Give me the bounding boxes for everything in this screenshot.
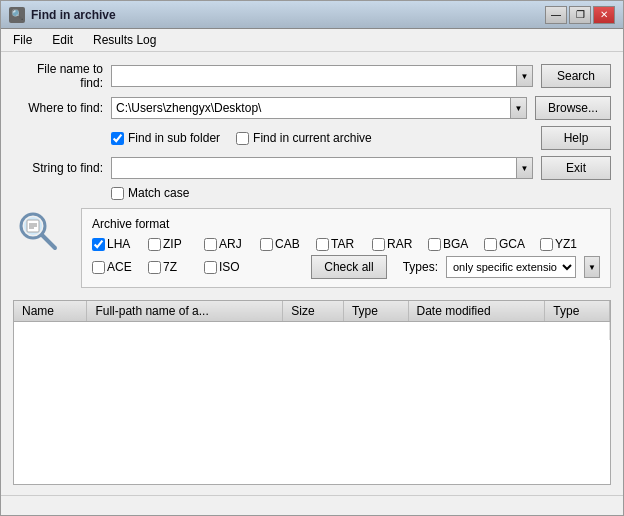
where-to-find-dropdown-arrow[interactable]: ▼ xyxy=(510,98,526,118)
archive-formats: LHA ZIP ARJ CAB TAR xyxy=(92,237,600,279)
results-table: Name Full-path name of a... Size Type Da… xyxy=(13,300,611,485)
window-icon: 🔍 xyxy=(9,7,25,23)
checkbox-ace[interactable] xyxy=(92,261,105,274)
status-bar xyxy=(1,495,623,515)
string-to-find-dropdown-arrow[interactable]: ▼ xyxy=(516,158,532,178)
format-bga[interactable]: BGA xyxy=(428,237,476,251)
checkbox-rar[interactable] xyxy=(372,238,385,251)
browse-button[interactable]: Browse... xyxy=(535,96,611,120)
format-yz1[interactable]: YZ1 xyxy=(540,237,588,251)
checkbox-yz1[interactable] xyxy=(540,238,553,251)
checkbox-lha[interactable] xyxy=(92,238,105,251)
where-to-find-row: Where to find: ▼ Browse... xyxy=(13,96,611,120)
format-gca[interactable]: GCA xyxy=(484,237,532,251)
find-in-current-archive-label[interactable]: Find in current archive xyxy=(236,131,372,145)
format-7z[interactable]: 7Z xyxy=(148,260,196,274)
content-area: File name to find: ▼ Search Where to fin… xyxy=(1,52,623,495)
match-case-label[interactable]: Match case xyxy=(111,186,189,200)
where-to-find-input[interactable] xyxy=(112,98,510,118)
types-select[interactable]: only specific extensio xyxy=(446,256,576,278)
format-lha[interactable]: LHA xyxy=(92,237,140,251)
types-label: Types: xyxy=(403,260,438,274)
checkbox-cab[interactable] xyxy=(260,238,273,251)
archive-format-title: Archive format xyxy=(92,217,600,231)
menu-results-log[interactable]: Results Log xyxy=(85,31,164,49)
col-fullpath: Full-path name of a... xyxy=(87,301,283,322)
find-in-subfolder-checkbox[interactable] xyxy=(111,132,124,145)
where-to-find-input-wrapper: ▼ xyxy=(111,97,527,119)
archive-section-wrapper: Archive format LHA ZIP ARJ xyxy=(13,206,611,288)
format-ace[interactable]: ACE xyxy=(92,260,140,274)
minimize-button[interactable]: — xyxy=(545,6,567,24)
format-iso[interactable]: ISO xyxy=(204,260,252,274)
types-dropdown-arrow[interactable]: ▼ xyxy=(584,256,600,278)
window-title: Find in archive xyxy=(31,8,545,22)
string-to-find-label: String to find: xyxy=(13,161,103,175)
close-button[interactable]: ✕ xyxy=(593,6,615,24)
exit-button[interactable]: Exit xyxy=(541,156,611,180)
file-name-dropdown-arrow[interactable]: ▼ xyxy=(516,66,532,86)
checkbox-arj[interactable] xyxy=(204,238,217,251)
col-date-modified: Date modified xyxy=(408,301,545,322)
search-button[interactable]: Search xyxy=(541,64,611,88)
format-arj[interactable]: ARJ xyxy=(204,237,252,251)
title-bar: 🔍 Find in archive — ❐ ✕ xyxy=(1,1,623,29)
col-name: Name xyxy=(14,301,87,322)
title-bar-buttons: — ❐ ✕ xyxy=(545,6,615,24)
format-row-1: LHA ZIP ARJ CAB TAR xyxy=(92,237,600,251)
col-type: Type xyxy=(343,301,408,322)
file-name-row: File name to find: ▼ Search xyxy=(13,62,611,90)
menu-bar: File Edit Results Log xyxy=(1,29,623,52)
string-to-find-row: String to find: ▼ Exit xyxy=(13,156,611,180)
file-name-input-wrapper: ▼ xyxy=(111,65,533,87)
format-cab[interactable]: CAB xyxy=(260,237,308,251)
col-type2: Type xyxy=(545,301,610,322)
match-case-row: Match case xyxy=(111,186,611,200)
find-in-current-archive-checkbox[interactable] xyxy=(236,132,249,145)
checkbox-bga[interactable] xyxy=(428,238,441,251)
where-to-find-label: Where to find: xyxy=(13,101,103,115)
help-button[interactable]: Help xyxy=(541,126,611,150)
menu-edit[interactable]: Edit xyxy=(44,31,81,49)
search-archive-icon xyxy=(13,206,61,254)
file-name-input[interactable] xyxy=(112,66,516,86)
main-window: 🔍 Find in archive — ❐ ✕ File Edit Result… xyxy=(0,0,624,516)
match-case-checkbox[interactable] xyxy=(111,187,124,200)
menu-file[interactable]: File xyxy=(5,31,40,49)
file-name-label: File name to find: xyxy=(13,62,103,90)
format-tar[interactable]: TAR xyxy=(316,237,364,251)
check-all-button[interactable]: Check all xyxy=(311,255,386,279)
find-in-subfolder-label[interactable]: Find in sub folder xyxy=(111,131,220,145)
string-to-find-input[interactable] xyxy=(112,158,516,178)
svg-line-2 xyxy=(42,235,55,248)
archive-format-section: Archive format LHA ZIP ARJ xyxy=(81,208,611,288)
checkbox-7z[interactable] xyxy=(148,261,161,274)
restore-button[interactable]: ❐ xyxy=(569,6,591,24)
format-zip[interactable]: ZIP xyxy=(148,237,196,251)
checkbox-gca[interactable] xyxy=(484,238,497,251)
string-to-find-input-wrapper: ▼ xyxy=(111,157,533,179)
col-size: Size xyxy=(283,301,344,322)
checkbox-zip[interactable] xyxy=(148,238,161,251)
options-row: Find in sub folder Find in current archi… xyxy=(111,126,611,150)
format-rar[interactable]: RAR xyxy=(372,237,420,251)
table-row xyxy=(14,322,610,341)
format-row-2: ACE 7Z ISO Check all Types: only specifi… xyxy=(92,255,600,279)
checkbox-iso[interactable] xyxy=(204,261,217,274)
checkbox-tar[interactable] xyxy=(316,238,329,251)
